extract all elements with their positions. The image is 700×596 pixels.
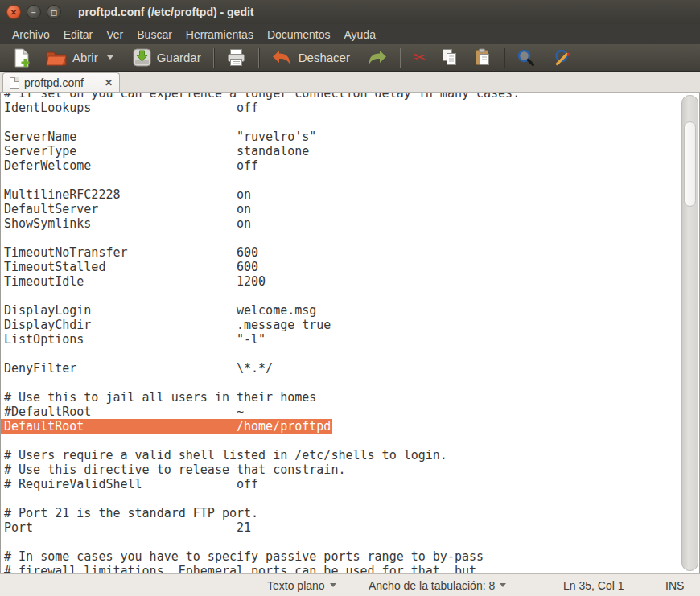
editor-line[interactable]: [4, 376, 699, 390]
editor-line[interactable]: ListOptions "-l": [4, 332, 699, 347]
chevron-down-icon: [330, 583, 336, 587]
menu-ver[interactable]: Ver: [101, 27, 129, 43]
vertical-scrollbar[interactable]: [681, 95, 698, 571]
editor-content: # If set on you can experience a longer …: [1, 93, 699, 573]
menu-editar[interactable]: Editar: [58, 27, 99, 43]
open-dropdown-icon[interactable]: [107, 55, 113, 60]
close-window-icon[interactable]: ✕: [6, 5, 21, 19]
gedit-window: ✕ − ◻ proftpd.conf (/etc/proftpd) - gedi…: [0, 0, 700, 596]
toolbar-separator: [504, 48, 504, 68]
editor-line[interactable]: [4, 289, 699, 303]
text-editor-area[interactable]: # If set on you can experience a longer …: [0, 93, 700, 573]
undo-arrow-icon: [271, 49, 293, 67]
editor-line[interactable]: DisplayLogin welcome.msg: [4, 303, 699, 318]
editor-line[interactable]: [4, 535, 699, 549]
input-mode-indicator: INS: [665, 579, 684, 592]
tab-title: proftpd.conf: [24, 76, 84, 89]
redo-button[interactable]: [360, 47, 393, 69]
cursor-position: Ln 35, Col 1: [563, 579, 624, 592]
chevron-down-icon: [500, 583, 506, 587]
editor-line[interactable]: # Users require a valid shell listed in …: [4, 448, 699, 462]
editor-line[interactable]: DisplayChdir .message true: [4, 318, 699, 332]
editor-line[interactable]: [4, 115, 699, 129]
redo-arrow-icon: [366, 49, 388, 67]
editor-line[interactable]: DefaultServer on: [4, 202, 699, 216]
menu-herramientas[interactable]: Herramientas: [180, 27, 259, 43]
editor-line[interactable]: ShowSymlinks on: [4, 216, 699, 231]
paste-button[interactable]: [467, 46, 497, 69]
copy-button[interactable]: [434, 46, 464, 69]
undo-button[interactable]: Deshacer: [266, 47, 356, 69]
selected-text: DefaultRoot /home/proftpd: [1, 419, 332, 434]
printer-icon: [226, 48, 246, 67]
search-replace-icon: [554, 48, 573, 68]
editor-line[interactable]: MultilineRFC2228 on: [4, 187, 699, 202]
editor-line[interactable]: DefaultRoot /home/proftpd: [4, 419, 699, 434]
window-title: proftpd.conf (/etc/proftpd) - gedit: [78, 6, 254, 18]
editor-line[interactable]: TimeoutNoTransfer 600: [4, 245, 699, 260]
editor-line[interactable]: DenyFilter \*.*/: [4, 361, 699, 376]
editor-line[interactable]: [4, 173, 699, 187]
new-document-button[interactable]: [8, 46, 35, 70]
menubar: Archivo Editar Ver Buscar Herramientas D…: [0, 24, 700, 44]
maximize-window-icon[interactable]: ◻: [47, 5, 61, 19]
language-selector[interactable]: Texto plano: [267, 579, 336, 592]
editor-line[interactable]: [4, 231, 699, 245]
search-icon: [517, 48, 536, 68]
editor-line[interactable]: # firewall limitations. Ephemeral ports …: [4, 564, 699, 573]
toolbar-separator: [258, 48, 259, 68]
tab-width-label: Ancho de la tabulación: 8: [369, 579, 495, 592]
new-document-icon: [14, 48, 30, 68]
editor-line[interactable]: [4, 491, 699, 506]
editor-line[interactable]: ServerName "ruvelro's": [4, 129, 699, 144]
editor-line[interactable]: # Port 21 is the standard FTP port.: [4, 506, 699, 520]
scrollbar-thumb[interactable]: [684, 121, 696, 207]
editor-line[interactable]: ServerType standalone: [4, 144, 699, 158]
editor-line[interactable]: Port 21: [4, 520, 699, 535]
paste-icon: [473, 48, 492, 67]
scissors-icon: ✂: [413, 50, 426, 65]
titlebar: ✕ − ◻ proftpd.conf (/etc/proftpd) - gedi…: [0, 0, 700, 24]
editor-line[interactable]: TimeoutStalled 600: [4, 260, 699, 274]
copy-icon: [440, 48, 459, 67]
minimize-window-icon[interactable]: −: [27, 5, 41, 19]
save-button[interactable]: Guardar: [127, 46, 207, 69]
tab-width-selector[interactable]: Ancho de la tabulación: 8: [369, 579, 506, 592]
replace-button[interactable]: [548, 46, 579, 70]
language-selector-label: Texto plano: [267, 579, 325, 592]
statusbar: Texto plano Ancho de la tabulación: 8 Ln…: [0, 573, 700, 596]
undo-button-label: Deshacer: [299, 51, 350, 64]
document-icon: [10, 77, 19, 89]
open-button-label: Abrir: [72, 51, 98, 64]
open-button[interactable]: Abrir: [40, 47, 119, 68]
editor-line[interactable]: TimeoutIdle 1200: [4, 274, 699, 289]
tab-close-icon[interactable]: ✕: [105, 77, 113, 88]
editor-line[interactable]: [4, 434, 699, 448]
tab-bar: proftpd.conf ✕: [0, 72, 700, 93]
tab-proftpd-conf[interactable]: proftpd.conf ✕: [2, 72, 120, 92]
menu-archivo[interactable]: Archivo: [6, 27, 56, 43]
menu-documentos[interactable]: Documentos: [261, 27, 336, 43]
find-button[interactable]: [511, 46, 541, 70]
toolbar: Abrir Guardar: [0, 44, 700, 72]
save-button-label: Guardar: [157, 51, 201, 64]
editor-line[interactable]: IdentLookups off: [4, 101, 699, 115]
cut-button[interactable]: ✂: [407, 47, 431, 68]
editor-line[interactable]: # RequireValidShell off: [4, 477, 699, 491]
toolbar-separator: [400, 48, 401, 68]
editor-line[interactable]: # If set on you can experience a longer …: [4, 93, 699, 101]
editor-line[interactable]: [4, 347, 699, 361]
editor-line[interactable]: # Use this to jail all users in their ho…: [4, 390, 699, 405]
menu-buscar[interactable]: Buscar: [131, 27, 178, 43]
editor-line[interactable]: # In some cases you have to specify pass…: [4, 549, 699, 564]
editor-line[interactable]: # Use this directive to release that con…: [4, 462, 699, 477]
editor-line[interactable]: #DefaultRoot ~: [4, 405, 699, 419]
print-button[interactable]: [220, 46, 252, 69]
save-icon: [133, 48, 151, 67]
menu-ayuda[interactable]: Ayuda: [338, 27, 381, 43]
open-folder-icon: [46, 49, 67, 66]
editor-line[interactable]: DeferWelcome off: [4, 158, 699, 173]
toolbar-separator: [213, 48, 214, 68]
